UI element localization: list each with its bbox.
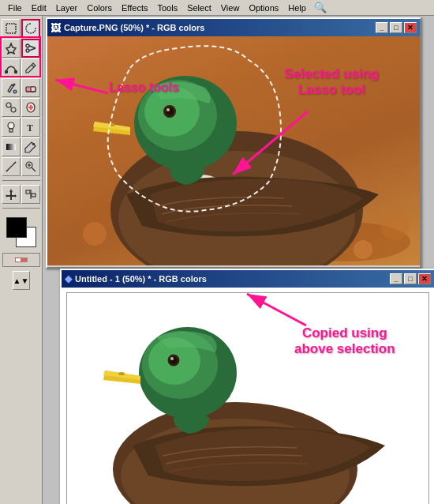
tool-row-7 [2,137,40,156]
svg-rect-34 [21,258,27,261]
svg-rect-30 [26,190,30,194]
svg-line-23 [6,170,8,171]
rect-select-tool[interactable] [2,19,21,38]
menu-options[interactable]: Options [244,2,283,14]
clone-tool[interactable] [2,98,21,117]
maximize-btn-1[interactable]: □ [390,22,402,33]
svg-line-24 [14,162,16,164]
toolbox: T [0,16,43,504]
window-capture: 🖼 Capture.PNG (50%) * - RGB colors _ □ ✕ [46,17,421,269]
win-controls-1: _ □ ✕ [376,22,417,33]
menu-effects[interactable]: Effects [117,2,152,14]
quick-mask-tool[interactable] [2,253,40,267]
svg-rect-10 [31,87,36,92]
menu-colors[interactable]: Colors [82,2,117,14]
svg-point-13 [11,107,16,112]
expand-btn[interactable]: ▲▼ [13,271,30,290]
svg-line-26 [32,167,36,171]
menu-edit[interactable]: Edit [27,2,51,14]
zoom-tool[interactable] [21,157,40,176]
svg-point-1 [26,44,29,47]
tool-row-3 [2,58,40,77]
lasso-tool[interactable] [21,19,40,38]
windows-area: 🖼 Capture.PNG (50%) * - RGB colors _ □ ✕ [43,16,434,504]
svg-point-41 [380,212,409,240]
svg-text:T: T [27,122,33,134]
canvas-area-2[interactable]: Copied usingabove selection [62,288,434,504]
color-picker-tool[interactable] [21,137,40,156]
tool-row-6: T [2,118,40,137]
svg-line-4 [29,48,36,51]
svg-point-38 [83,222,107,246]
title-text-capture: 🖼 Capture.PNG (50%) * - RGB colors [51,22,204,34]
foreground-color[interactable] [6,217,27,238]
svg-rect-18 [9,129,13,132]
tool-row-bottom [2,253,40,267]
menu-tools[interactable]: Tools [152,2,182,14]
alignment-tool[interactable] [21,185,40,204]
close-btn-2[interactable]: ✕ [418,273,431,284]
title-bar-capture: 🖼 Capture.PNG (50%) * - RGB colors _ □ ✕ [47,19,420,36]
dodge-tool[interactable] [2,118,21,137]
svg-rect-31 [32,194,36,197]
fuzzy-select-tool[interactable] [2,39,21,58]
menu-bar: File Edit Layer Colors Effects Tools Sel… [0,0,434,16]
window-title-capture: Capture.PNG (50%) * - RGB colors [64,23,204,32]
svg-point-21 [33,144,35,145]
menu-select[interactable]: Select [182,2,216,14]
paintbucket-tool[interactable] [2,78,21,97]
svg-point-5 [6,71,8,73]
search-icon[interactable]: 🔍 [314,2,327,13]
svg-point-17 [8,122,14,129]
svg-rect-33 [15,258,21,261]
tool-row-move [2,185,40,204]
eraser-tool[interactable] [21,78,40,97]
scissors-tool[interactable] [21,39,40,58]
paths-tool[interactable] [2,58,21,77]
tool-row-8 [2,157,40,176]
svg-point-50 [166,108,170,111]
heal-tool[interactable] [21,98,40,117]
minimize-btn-2[interactable]: _ [390,273,402,284]
svg-line-3 [29,46,36,48]
svg-point-49 [166,107,174,115]
svg-marker-29 [6,189,17,200]
duck-svg [47,36,420,265]
title-text-untitled: ◆ Untitled - 1 (50%) * - RGB colors [65,273,207,284]
tool-row-5 [2,98,40,117]
svg-point-2 [26,49,29,52]
svg-point-8 [13,90,17,93]
separator-2 [2,208,40,209]
text-tool[interactable]: T [21,118,40,137]
svg-point-65 [118,372,125,375]
window-title-untitled: Untitled - 1 (50%) * - RGB colors [75,274,207,284]
svg-point-63 [170,356,178,364]
app-container: T [0,16,434,504]
menu-view[interactable]: View [216,2,245,14]
menu-help[interactable]: Help [283,2,311,14]
svg-rect-0 [6,24,16,33]
menu-layer[interactable]: Layer [51,2,83,14]
win-controls-2: _ □ ✕ [390,273,431,284]
measure-tool[interactable] [2,157,21,176]
maximize-btn-2[interactable]: □ [404,273,417,284]
duck-copy-svg [62,288,434,504]
svg-point-64 [170,357,174,360]
blend-tool[interactable] [2,137,21,156]
close-btn-1[interactable]: ✕ [404,22,417,33]
svg-rect-20 [6,144,16,150]
menu-file[interactable]: File [3,2,27,14]
canvas-area-1[interactable]: Lasso tools Selected usingLasso tool [47,36,420,265]
svg-point-39 [354,240,372,259]
color-swatches [3,214,39,250]
tool-row-4 [2,78,40,97]
duck-image-1: Lasso tools Selected usingLasso tool [47,36,420,265]
minimize-btn-1[interactable]: _ [376,22,388,33]
separator [2,180,40,181]
title-bar-untitled: ◆ Untitled - 1 (50%) * - RGB colors _ □ … [62,270,434,288]
tool-row-1 [2,19,40,38]
move-tool[interactable] [2,185,21,204]
tool-row-nav: ▲▼ [2,271,40,290]
window-untitled: ◆ Untitled - 1 (50%) * - RGB colors _ □ … [60,269,434,504]
pencil-tool[interactable] [21,58,40,77]
